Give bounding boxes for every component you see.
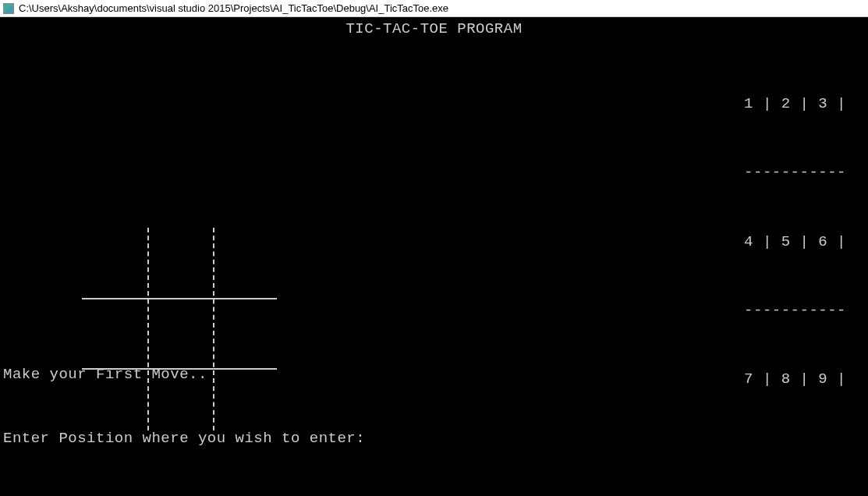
window-titlebar: C:\Users\Akshay\documents\visual studio …	[0, 0, 868, 17]
legend-divider-2: -----------	[744, 299, 846, 322]
program-title: TIC-TAC-TOE PROGRAM	[0, 19, 868, 41]
legend-row-3: 7 | 8 | 9 |	[744, 368, 846, 391]
prompt-area: Make your First Move.. Enter Position wh…	[3, 321, 365, 493]
legend-row-1: 1 | 2 | 3 |	[744, 93, 846, 115]
legend-divider-1: -----------	[744, 161, 846, 184]
position-legend: 1 | 2 | 3 | ----------- 4 | 5 | 6 | ----…	[744, 47, 846, 437]
window-title: C:\Users\Akshay\documents\visual studio …	[19, 2, 448, 14]
prompt-line-1: Make your First Move..	[3, 364, 365, 386]
board-horizontal-line-1	[82, 298, 277, 299]
app-icon	[3, 3, 14, 14]
prompt-line-2: Enter Position where you wish to enter:	[3, 428, 365, 450]
legend-row-2: 4 | 5 | 6 |	[744, 231, 846, 253]
console-area[interactable]: TIC-TAC-TOE PROGRAM 1 | 2 | 3 | --------…	[0, 17, 868, 496]
